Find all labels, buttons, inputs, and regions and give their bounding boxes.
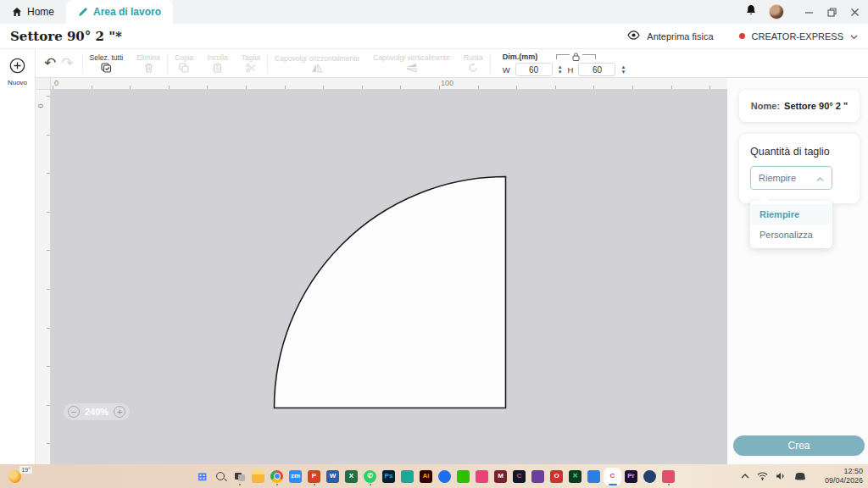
taskbar-app-search[interactable] xyxy=(214,470,227,483)
select-all-icon xyxy=(101,63,112,73)
taskbar-app-teal-app[interactable] xyxy=(401,470,414,483)
flip-horizontal-icon xyxy=(311,64,323,73)
toolbar: ↶ ↷ Selez. tutti Elimina Copia Incolla xyxy=(36,49,868,78)
flip-horizontal-button[interactable]: Capovolgi orizzontalmente xyxy=(268,49,366,77)
new-project-button[interactable] xyxy=(9,58,25,77)
taskbar-app-purple-app[interactable] xyxy=(531,470,544,483)
device-selector[interactable]: CREATOR-EXPRESS xyxy=(752,31,843,42)
cut-quantity-dropdown: Riempire Personalizza xyxy=(750,201,832,248)
tab-area-di-lavoro[interactable]: Area di lavoro xyxy=(66,0,173,24)
document-title: Settore 90° 2 "* xyxy=(10,29,122,44)
system-tray xyxy=(741,464,807,488)
taskbar-app-red-o-app[interactable]: O xyxy=(550,470,563,483)
chevron-down-icon[interactable] xyxy=(850,31,858,42)
new-project-label: Nuovo xyxy=(8,79,27,86)
taskbar-app-calendar-app[interactable] xyxy=(587,470,600,483)
wifi-icon[interactable] xyxy=(757,472,768,480)
device-status-dot xyxy=(739,33,745,39)
name-label: Nome: xyxy=(751,101,780,111)
canvas-area[interactable]: − 240% + xyxy=(51,90,727,464)
taskbar-app-redpink-app[interactable] xyxy=(662,470,675,483)
name-card: Nome: Settore 90° 2 " xyxy=(739,90,860,122)
taskbar-app-zoom[interactable]: zm xyxy=(289,470,302,483)
taskbar-app-photoshop[interactable]: Ps xyxy=(382,470,395,483)
taskbar-app-powerpoint[interactable]: P xyxy=(308,470,320,483)
taskbar-app-illustrator[interactable]: Ai xyxy=(420,470,432,483)
vertical-ruler: 0 xyxy=(36,90,51,464)
minimize-button[interactable] xyxy=(804,8,814,17)
app-window: Home Area di lavoro Settore 90° 2 "* xyxy=(0,0,868,488)
paste-button[interactable]: Incolla xyxy=(200,49,235,77)
taskbar-app-whatsapp[interactable]: ✆ xyxy=(364,470,376,483)
cut-button[interactable]: Taglia xyxy=(235,49,267,77)
copy-button[interactable]: Copia xyxy=(168,49,200,77)
weather-temperature: 19° xyxy=(19,466,32,474)
taskbar-app-windows[interactable]: ⊞ xyxy=(196,470,209,483)
delete-button[interactable]: Elimina xyxy=(130,49,167,77)
taskbar-app-darkblue-app[interactable] xyxy=(643,470,656,483)
tab-home[interactable]: Home xyxy=(0,0,66,24)
taskbar-app-excel[interactable]: X xyxy=(345,470,358,483)
volume-icon[interactable] xyxy=(776,472,786,480)
restore-button[interactable] xyxy=(827,8,837,17)
workspace-canvas[interactable]: 0100 0 − 240% + xyxy=(36,78,727,464)
taskbar-app-premiere[interactable]: Pr xyxy=(625,470,637,483)
h-ruler-label-0: 0 xyxy=(54,79,58,87)
zoom-in-button[interactable]: + xyxy=(114,406,125,418)
close-button[interactable] xyxy=(850,8,860,17)
create-button[interactable]: Crea xyxy=(733,435,865,456)
h-ruler-label-100: 100 xyxy=(441,79,453,87)
taskbar-app-task-view[interactable] xyxy=(233,470,246,483)
taskbar-app-pink-app[interactable] xyxy=(476,470,488,483)
left-sidebar: Nuovo xyxy=(0,49,36,464)
taskbar-app-file-explorer[interactable] xyxy=(252,470,264,483)
taskbar-app-word[interactable]: W xyxy=(326,470,339,483)
undo-button[interactable]: ↶ xyxy=(44,54,56,72)
width-label: W xyxy=(503,65,510,75)
width-stepper[interactable]: ▲▼ xyxy=(558,65,563,75)
taskbar-date: 09/04/2026 xyxy=(825,476,863,485)
tab-home-label: Home xyxy=(27,6,54,18)
rotate-button[interactable]: Ruota xyxy=(457,49,490,77)
battery-device-icon[interactable] xyxy=(793,472,807,480)
title-bar: Settore 90° 2 "* Anteprima fisica CREATO… xyxy=(0,24,868,49)
select-all-button[interactable]: Selez. tutti xyxy=(83,49,131,77)
cut-quantity-title: Quantità di taglio xyxy=(750,146,849,158)
zoom-out-button[interactable]: − xyxy=(68,406,80,418)
dropdown-option-personalizza[interactable]: Personalizza xyxy=(750,225,832,245)
taskbar-app-green-messaging[interactable] xyxy=(457,470,470,483)
windows-taskbar: 19° ⊞zmPWX✆PsAiMCO✕CPr 12:50 09/04/2026 xyxy=(0,464,868,488)
height-stepper[interactable]: ▲▼ xyxy=(620,65,626,75)
home-icon xyxy=(12,7,22,17)
horizontal-ruler: 0100 xyxy=(51,78,727,90)
hidden-icons-chevron[interactable] xyxy=(741,474,749,479)
flip-vertical-icon xyxy=(406,63,417,73)
taskbar-app-chrome[interactable] xyxy=(270,470,283,483)
dropdown-option-riempire[interactable]: Riempire xyxy=(750,204,832,225)
paste-icon xyxy=(213,63,222,73)
width-input[interactable]: 60 xyxy=(515,63,553,76)
name-value: Settore 90° 2 " xyxy=(784,101,848,111)
height-input[interactable]: 60 xyxy=(578,63,615,76)
taskbar-time: 12:50 xyxy=(825,467,863,476)
taskbar-app-maroon-app[interactable]: M xyxy=(494,470,507,483)
redo-button[interactable]: ↷ xyxy=(61,54,73,72)
taskbar-app-green-x-app[interactable]: ✕ xyxy=(569,470,581,483)
copy-icon xyxy=(179,63,189,73)
physical-preview-button[interactable]: Anteprima fisica xyxy=(647,31,713,42)
taskbar-app-design-app-active[interactable]: C xyxy=(606,470,619,483)
rotate-icon xyxy=(468,63,478,73)
trash-icon xyxy=(144,63,153,73)
taskbar-app-dark-c-app[interactable]: C xyxy=(513,470,526,483)
scissors-icon xyxy=(246,63,256,73)
taskbar-clock[interactable]: 12:50 09/04/2026 xyxy=(825,467,863,485)
eye-icon xyxy=(627,30,640,42)
flip-vertical-button[interactable]: Capovolgi verticalmente xyxy=(366,49,457,77)
taskbar-app-blue-browser[interactable] xyxy=(438,470,451,483)
notifications-bell-icon[interactable] xyxy=(745,4,757,19)
sector-shape[interactable] xyxy=(273,175,507,409)
taskbar-app-icons: ⊞zmPWX✆PsAiMCO✕CPr xyxy=(195,464,676,488)
cut-quantity-select[interactable]: Riempire xyxy=(750,166,832,190)
user-avatar[interactable] xyxy=(769,4,784,19)
weather-widget[interactable]: 19° xyxy=(7,466,32,486)
